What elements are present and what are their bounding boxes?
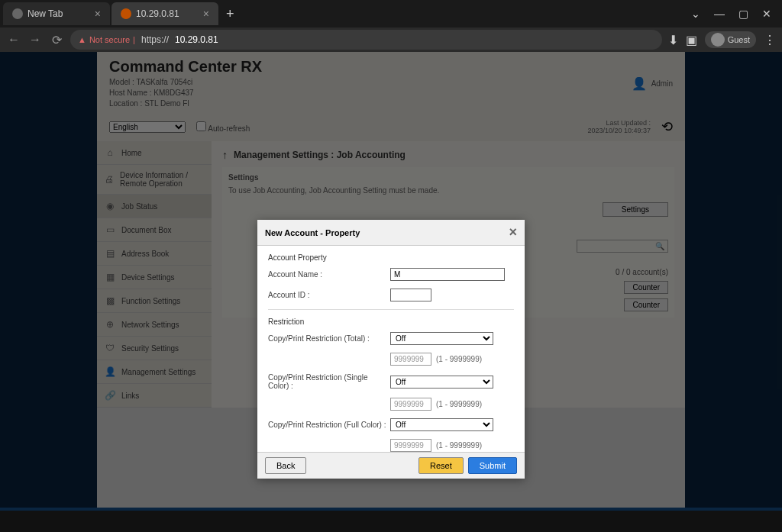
url-host: 10.29.0.81 — [175, 34, 218, 45]
close-icon[interactable]: × — [509, 224, 517, 240]
warning-triangle-icon: ▲ — [78, 35, 86, 44]
back-button[interactable]: Back — [265, 457, 306, 474]
browser-titlebar: New Tab × 10.29.0.81 × + ⌄ — ▢ ✕ — [0, 0, 782, 27]
maximize-icon[interactable]: ▢ — [738, 8, 748, 20]
modal-footer: Back Reset Submit — [257, 452, 525, 479]
close-icon[interactable]: × — [95, 8, 101, 20]
modal-header: New Account - Property × — [257, 220, 525, 246]
toolbar-right: ⬇ ▣ Guest ⋮ — [668, 31, 776, 48]
address-bar[interactable]: ▲ Not secure | https://10.29.0.81 — [70, 30, 662, 50]
tab-new-tab[interactable]: New Tab × — [3, 2, 110, 25]
tab-active[interactable]: 10.29.0.81 × — [111, 2, 218, 25]
submit-button[interactable]: Submit — [468, 457, 517, 474]
restriction-full-select[interactable]: Off — [390, 418, 493, 431]
section-restriction: Restriction — [268, 318, 514, 326]
chevron-down-icon[interactable]: ⌄ — [691, 8, 700, 20]
menu-icon[interactable]: ⋮ — [764, 33, 776, 47]
browser-toolbar: ← → ⟳ ▲ Not secure | https://10.29.0.81 … — [0, 27, 782, 52]
close-window-icon[interactable]: ✕ — [762, 8, 771, 20]
globe-icon — [12, 8, 23, 19]
not-secure-badge: ▲ Not secure | — [78, 35, 135, 44]
extensions-icon[interactable]: ▣ — [686, 33, 697, 47]
account-name-label: Account Name : — [268, 270, 390, 279]
warning-icon — [121, 8, 131, 19]
account-id-label: Account ID : — [268, 291, 390, 299]
profile-guest[interactable]: Guest — [705, 31, 756, 48]
reset-button[interactable]: Reset — [418, 457, 464, 474]
modal-body: Account Property Account Name : Account … — [257, 246, 525, 452]
minimize-icon[interactable]: — — [714, 8, 725, 20]
restriction-total-label: Copy/Print Restriction (Total) : — [268, 334, 390, 343]
avatar-icon — [711, 33, 725, 47]
window-controls: ⌄ — ▢ ✕ — [691, 8, 779, 20]
back-button[interactable]: ← — [6, 33, 21, 47]
restriction-total-select[interactable]: Off — [390, 332, 493, 345]
section-account-property: Account Property — [268, 253, 514, 262]
account-id-input[interactable] — [390, 289, 431, 301]
restriction-full-limit[interactable] — [390, 439, 431, 452]
restriction-single-select[interactable]: Off — [390, 376, 493, 389]
restriction-full-label: Copy/Print Restriction (Full Color) : — [268, 421, 390, 429]
account-name-input[interactable] — [390, 268, 505, 281]
modal-title: New Account - Property — [265, 228, 360, 237]
restriction-single-limit[interactable] — [390, 398, 431, 411]
tab-label: 10.29.0.81 — [136, 8, 179, 19]
restriction-single-range: (1 - 9999999) — [436, 400, 482, 408]
forward-button[interactable]: → — [27, 33, 43, 47]
download-icon[interactable]: ⬇ — [668, 33, 678, 47]
restriction-total-range: (1 - 9999999) — [436, 355, 482, 363]
close-icon[interactable]: × — [203, 8, 209, 20]
os-taskbar — [0, 511, 782, 532]
guest-label: Guest — [728, 35, 750, 44]
url-scheme: https:// — [141, 34, 169, 45]
restriction-total-limit[interactable] — [390, 353, 431, 366]
reload-button[interactable]: ⟳ — [49, 33, 64, 47]
new-account-modal: New Account - Property × Account Propert… — [257, 220, 525, 479]
restriction-full-range: (1 - 9999999) — [436, 441, 482, 450]
new-tab-button[interactable]: + — [220, 6, 241, 22]
restriction-single-label: Copy/Print Restriction (Single Color) : — [268, 373, 390, 390]
tab-label: New Tab — [27, 8, 63, 19]
